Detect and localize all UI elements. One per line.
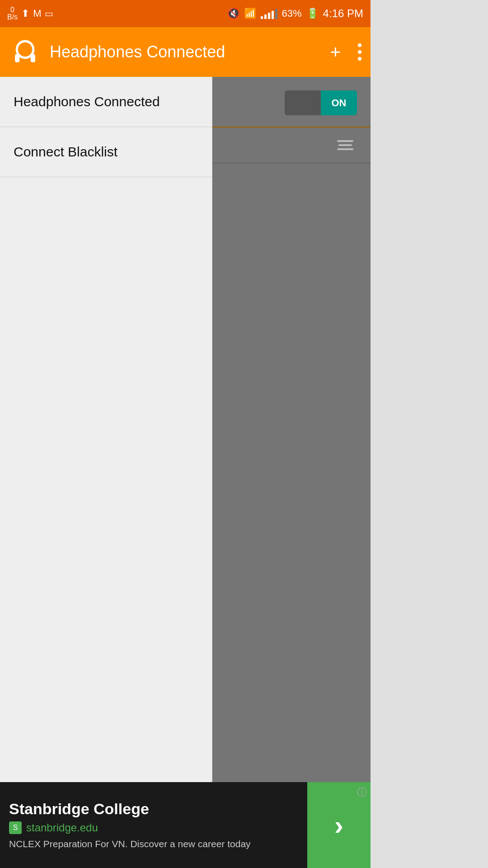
toggle-on-label: ON xyxy=(321,90,357,115)
dot xyxy=(358,57,361,61)
sidebar-empty-space xyxy=(0,177,212,810)
equalizer-icon xyxy=(337,140,353,150)
app-bar-title: Headphones Connected xyxy=(50,42,327,61)
sidebar-drawer: Headphones Connected Connect Blacklist xyxy=(0,77,212,868)
eq-line-2 xyxy=(338,144,352,146)
more-options-button[interactable] xyxy=(358,43,361,61)
ad-content: Stanbridge College S stanbridge.edu NCLE… xyxy=(0,782,307,868)
ad-description: NCLEX Preparation For VN. Discover a new… xyxy=(9,838,298,850)
ad-cta-arrow: › xyxy=(334,810,343,841)
toggle-row: ON xyxy=(212,77,371,127)
screen-icon: ▭ xyxy=(45,8,53,19)
add-button[interactable]: + xyxy=(327,38,344,66)
app-bar: Headphones Connected + xyxy=(0,27,371,77)
equalizer-row xyxy=(212,127,371,164)
eq-line-1 xyxy=(337,140,353,142)
ad-banner: Stanbridge College S stanbridge.edu NCLE… xyxy=(0,782,371,868)
on-off-toggle[interactable]: ON xyxy=(285,90,357,115)
sidebar-item-headphones-connected[interactable]: Headphones Connected xyxy=(0,77,212,127)
ad-url-row: S stanbridge.edu xyxy=(9,821,298,834)
data-speed: 0 B/s xyxy=(7,6,18,21)
ad-url-icon: S xyxy=(9,821,22,834)
eq-line-3 xyxy=(337,148,353,150)
app-bar-actions: + xyxy=(327,38,361,66)
status-time: 4:16 PM xyxy=(323,7,363,20)
status-bar: 0 B/s ⬆ M ▭ 🔇 📶 63% 🔋 4:16 PM xyxy=(0,0,371,27)
mute-icon: 🔇 xyxy=(227,8,239,19)
dot xyxy=(358,50,361,54)
ad-info-button[interactable]: ⓘ xyxy=(357,786,367,799)
battery-percent: 63% xyxy=(282,8,302,19)
sidebar-item-connect-blacklist[interactable]: Connect Blacklist xyxy=(0,127,212,177)
ad-url: stanbridge.edu xyxy=(26,821,98,834)
battery-icon: 🔋 xyxy=(306,8,319,19)
headphones-icon xyxy=(9,36,41,68)
signal-icon xyxy=(261,8,277,19)
equalizer-button[interactable] xyxy=(333,137,357,154)
svg-rect-1 xyxy=(15,54,19,62)
gmail-icon: M xyxy=(33,8,41,19)
ad-title: Stanbridge College xyxy=(9,800,298,818)
upload-icon: ⬆ xyxy=(21,8,29,19)
status-bar-left: 0 B/s ⬆ M ▭ xyxy=(7,6,53,21)
status-bar-right: 🔇 📶 63% 🔋 4:16 PM xyxy=(227,7,363,20)
content-area: Headphones Connected Connect Blacklist O… xyxy=(0,77,371,868)
dot xyxy=(358,43,361,47)
svg-rect-2 xyxy=(30,54,35,62)
main-panel: ON xyxy=(212,77,371,868)
wifi-icon: 📶 xyxy=(244,8,256,19)
